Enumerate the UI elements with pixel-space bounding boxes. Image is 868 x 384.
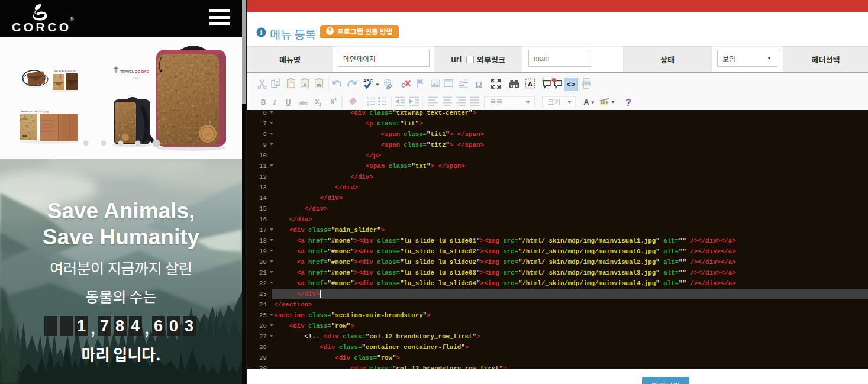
svg-text:U: U (286, 98, 291, 106)
svg-text:PASSPORT WALLET 护照: PASSPORT WALLET 护照 (21, 110, 49, 113)
svg-text:corco: corco (204, 133, 211, 136)
svg-text:글꼴: 글꼴 (490, 96, 503, 106)
svg-text:+: + (541, 76, 544, 83)
svg-text:A: A (303, 82, 307, 88)
svg-text:A: A (528, 80, 533, 88)
svg-text:NECKLACE WALLET: NECKLACE WALLET (54, 70, 77, 73)
svg-text:ABC: ABC (363, 78, 373, 83)
svg-text:2: 2 (319, 102, 321, 106)
svg-text:?: ? (625, 97, 631, 107)
svg-text:W: W (317, 82, 321, 88)
svg-text:A: A (583, 97, 589, 106)
svg-text:CORCO: CORCO (12, 20, 72, 34)
svg-text:I: I (273, 98, 277, 106)
svg-text:✱: ✱ (551, 76, 557, 83)
svg-text:abc: abc (299, 99, 308, 105)
svg-text:Ω: Ω (475, 79, 482, 89)
svg-text:상세보기: 상세보기 (133, 76, 141, 79)
svg-text:A: A (459, 79, 463, 85)
svg-text:3.: 3. (367, 103, 370, 107)
svg-text:크기: 크기 (548, 96, 560, 106)
svg-text:B: B (261, 98, 266, 106)
svg-text:2: 2 (334, 97, 337, 101)
svg-text:®: ® (70, 16, 74, 22)
svg-text:TRAVEL GO BAG: TRAVEL GO BAG (120, 70, 149, 73)
svg-text:<>: <> (567, 80, 576, 89)
